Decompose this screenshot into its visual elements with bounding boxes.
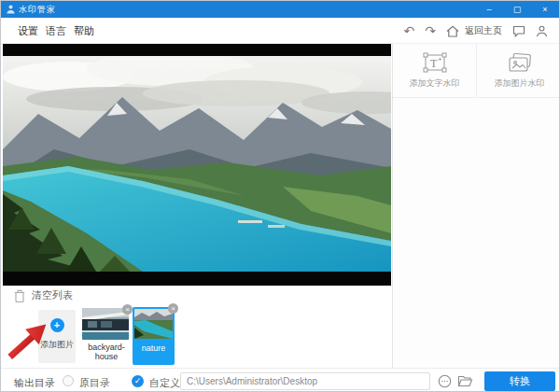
clear-list-row: 清空列表 (1, 286, 391, 305)
thumbnail-backyard-house[interactable]: × backyard-house (82, 308, 131, 362)
output-path-input[interactable] (180, 372, 430, 390)
original-dir-label[interactable]: 原目录 (79, 376, 110, 390)
original-dir-radio[interactable] (63, 375, 74, 386)
more-options-icon[interactable] (438, 374, 452, 392)
image-watermark-icon (508, 52, 532, 73)
image-watermark-label: 添加图片水印 (495, 77, 545, 90)
titlebar: 水印管家 – ▢ × (1, 1, 559, 18)
toolbar-right: ↶ ↷ 返回主页 (404, 18, 548, 44)
close-button[interactable]: × (531, 1, 559, 18)
output-bar: 输出目录 原目录 ✓ 自定义 转换 (1, 368, 560, 392)
text-watermark-label: 添加文字水印 (410, 77, 460, 90)
maximize-button[interactable]: ▢ (503, 1, 531, 18)
menu-language[interactable]: 语言 (46, 24, 66, 38)
thumbnail-label: nature (133, 343, 175, 353)
svg-text:T: T (430, 57, 438, 70)
menu-settings[interactable]: 设置 (18, 24, 38, 38)
nature-image (134, 309, 173, 339)
home-icon[interactable] (446, 25, 459, 37)
remove-thumbnail-icon[interactable]: × (168, 303, 178, 314)
preview-image (3, 56, 391, 272)
menubar: 设置 语言 帮助 ↶ ↷ 返回主页 (1, 18, 559, 44)
window-controls: – ▢ × (475, 1, 559, 18)
text-watermark-icon: T + (423, 52, 447, 73)
return-home-button[interactable]: 返回主页 (465, 24, 502, 37)
custom-dir-label[interactable]: 自定义 (149, 376, 180, 390)
app-title: 水印管家 (19, 4, 56, 16)
user-account-icon[interactable] (536, 25, 548, 37)
thumbnail-label: backyard-house (82, 343, 131, 362)
add-text-watermark-button[interactable]: T + 添加文字水印 (393, 44, 477, 98)
preview-canvas[interactable] (3, 44, 391, 286)
menu-help[interactable]: 帮助 (74, 24, 94, 38)
trash-icon[interactable] (14, 289, 25, 302)
add-image-button[interactable]: + 添加图片 (38, 310, 76, 363)
add-image-label: 添加图片 (40, 339, 74, 351)
undo-icon[interactable]: ↶ (404, 24, 415, 37)
svg-text:+: + (438, 55, 442, 63)
thumbnail-nature-selected[interactable]: × nature (133, 307, 175, 365)
backyard-house-image (82, 308, 129, 340)
feedback-chat-icon[interactable] (512, 25, 525, 37)
watermark-panel: T + 添加文字水印 添加图片水印 (392, 44, 560, 392)
browse-folder-icon[interactable] (457, 374, 473, 391)
app-window: 水印管家 – ▢ × 设置 语言 帮助 ↶ ↷ 返回主页 (0, 0, 560, 392)
remove-thumbnail-icon[interactable]: × (122, 304, 133, 315)
plus-icon: + (50, 318, 64, 332)
add-image-watermark-button[interactable]: 添加图片水印 (478, 44, 560, 98)
image-list: + 添加图片 × backyard-house (1, 305, 391, 368)
clear-list-button[interactable]: 清空列表 (32, 288, 73, 302)
redo-icon[interactable]: ↷ (425, 24, 436, 37)
minimize-button[interactable]: – (475, 1, 503, 18)
convert-button[interactable]: 转换 (484, 371, 555, 391)
app-logo-icon (7, 5, 15, 14)
custom-dir-radio-checked[interactable]: ✓ (132, 375, 144, 387)
output-dir-label: 输出目录 (14, 376, 55, 390)
